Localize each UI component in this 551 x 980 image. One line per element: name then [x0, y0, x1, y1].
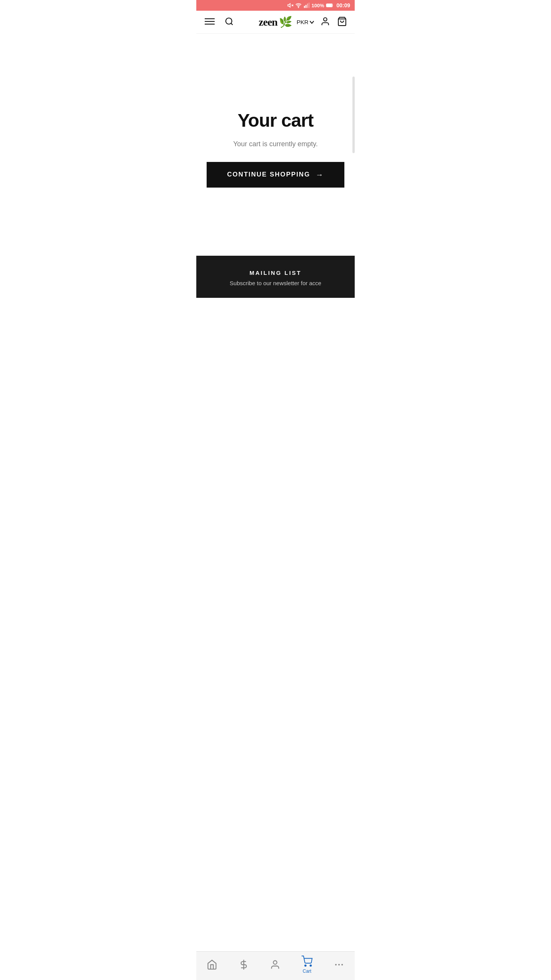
header-right: PKR — [297, 16, 348, 28]
account-button[interactable] — [320, 16, 331, 28]
header: zeen 🌿 PKR — [196, 11, 355, 34]
signal-icon — [303, 2, 310, 8]
battery-icon — [326, 3, 334, 8]
currency-selector[interactable]: PKR — [297, 19, 314, 25]
continue-shopping-button[interactable]: CONTINUE SHOPPING → — [207, 162, 344, 188]
cart-title: Your cart — [238, 110, 313, 131]
logo-text: zeen — [259, 16, 277, 28]
bottom-nav-spacer — [196, 298, 355, 325]
logo-leaf-icon: 🌿 — [279, 16, 292, 28]
wifi-icon — [295, 2, 302, 8]
search-icon — [225, 17, 234, 26]
scrollbar-hint — [352, 77, 355, 153]
search-button[interactable] — [223, 15, 235, 29]
continue-shopping-label: CONTINUE SHOPPING — [227, 171, 310, 178]
battery-percentage: 100% — [311, 3, 324, 8]
svg-point-15 — [324, 18, 327, 21]
svg-line-14 — [231, 23, 233, 25]
menu-button[interactable] — [203, 16, 216, 28]
main-content: Your cart Your cart is currently empty. … — [196, 34, 355, 256]
status-bar-icons: 100% 00:09 — [287, 2, 350, 8]
bag-icon — [337, 16, 347, 26]
svg-point-3 — [298, 7, 298, 8]
header-left — [203, 15, 235, 29]
site-logo[interactable]: zeen 🌿 — [259, 16, 292, 28]
mailing-section: MAILING LIST Subscribe to our newsletter… — [196, 256, 355, 298]
hamburger-icon — [205, 18, 215, 25]
svg-point-13 — [226, 18, 232, 24]
svg-rect-7 — [308, 3, 310, 8]
mailing-subtitle: Subscribe to our newsletter for acce — [204, 280, 347, 286]
status-bar: 100% 00:09 — [196, 0, 355, 11]
status-time: 00:09 — [336, 2, 350, 8]
currency-label: PKR — [297, 19, 308, 25]
account-icon — [320, 16, 330, 26]
svg-rect-5 — [305, 5, 306, 8]
svg-rect-6 — [307, 3, 308, 8]
svg-rect-9 — [327, 4, 332, 7]
cart-button[interactable] — [336, 16, 348, 28]
mailing-title: MAILING LIST — [204, 270, 347, 276]
svg-marker-0 — [288, 3, 290, 7]
chevron-down-icon — [310, 21, 314, 24]
svg-rect-4 — [304, 6, 305, 8]
arrow-right-icon: → — [316, 170, 324, 179]
mute-icon — [287, 2, 293, 8]
cart-empty-message: Your cart is currently empty. — [233, 140, 318, 148]
